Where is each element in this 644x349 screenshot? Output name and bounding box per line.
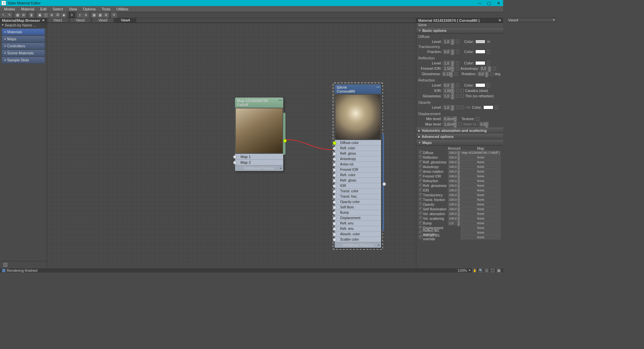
menu-options[interactable]: Options [80,6,98,12]
diffuse-color-swatch[interactable] [475,40,485,44]
map-slot-button[interactable] [456,89,459,93]
rollout-basic-options[interactable]: ▼Basic options▫ [416,28,503,34]
input-port-icon[interactable] [333,147,336,150]
browser-category[interactable]: + Materials [2,29,45,35]
tab-view2[interactable]: View2 [69,18,91,22]
additional-params-button[interactable]: Additional Params+ [235,165,283,171]
map-slot-button[interactable]: None [461,231,500,235]
water-level-checkbox[interactable] [459,122,462,126]
node-input-slot[interactable]: Transl. color [335,188,381,194]
map-slot-button[interactable] [456,105,459,109]
map-enable-checkbox[interactable] [419,231,422,234]
thin-checkbox[interactable] [461,94,464,98]
map-amount-spinner[interactable]: 100,0▲▼ [448,198,460,202]
tool-icon[interactable]: ⫿ [77,12,83,18]
input-port-icon[interactable] [333,211,336,215]
map-amount-spinner[interactable]: 100,0▲▼ [448,207,460,211]
map-slot-button[interactable] [456,61,459,65]
browser-category[interactable]: + Controllers [2,43,45,49]
layout-icon[interactable]: ▦ [496,268,501,272]
tool-icon[interactable]: ⊞ [103,12,109,18]
map-slot-button[interactable]: Map #2138386798 ( Falloff ) [461,151,500,155]
input-port-icon[interactable] [333,152,336,156]
map-enable-checkbox[interactable] [419,151,422,154]
zoom-region-icon[interactable]: ⛶ [490,268,495,272]
map-slot-button[interactable] [495,105,498,109]
map-slot-button[interactable]: None [461,235,500,239]
tool-icon[interactable]: ▦ [15,12,20,18]
refr-gloss-spinner[interactable]: 1,0▲▼ [443,94,454,98]
close-button[interactable]: ✕ [494,0,503,6]
map-slot-button[interactable]: None [461,160,500,164]
node-input-slot[interactable]: Scatter color [335,237,381,242]
node-input-slot[interactable]: Anisotropy [335,156,381,161]
node-input-slot[interactable]: Absorb. color [335,231,381,237]
input-port-icon[interactable] [333,200,336,204]
node-input-slot[interactable]: Displacement [335,215,381,220]
map-amount-spinner[interactable]: 100,0▲▼ [448,202,460,206]
input-port-icon[interactable] [233,155,237,159]
map-enable-checkbox[interactable] [419,155,422,159]
map-indicator[interactable]: M [487,40,490,43]
minimize-button[interactable]: ─ [475,0,484,6]
map-amount-spinner[interactable]: 100,0▲▼ [448,160,460,164]
map-slot-button[interactable]: None [461,202,500,206]
browser-close-icon[interactable]: ✕ [42,18,45,22]
panel-close-icon[interactable]: ✕ [498,18,501,22]
tool-icon[interactable]: 0 [69,12,74,18]
map-slot-button[interactable] [456,94,459,98]
map-enable-checkbox[interactable] [419,235,422,239]
rollout-volumetric[interactable]: ▶Volumetric absorption and scattering [416,128,503,134]
output-port-icon[interactable] [283,139,287,143]
map-slot-button[interactable] [456,40,459,44]
node-input-slot[interactable]: Refl. gloss. [335,151,381,156]
zoom-icon[interactable]: 🔍 [478,268,483,272]
map-enable-checkbox[interactable] [419,221,422,225]
diffuse-level-spinner[interactable]: 1,0▲▼ [443,39,454,44]
browser-view-icon[interactable] [3,263,7,267]
caustics-checkbox[interactable] [461,89,464,92]
input-port-icon[interactable] [333,163,336,166]
map-amount-spinner[interactable]: 100,0▲▼ [448,165,460,169]
input-port-icon[interactable] [333,222,336,226]
browser-category[interactable]: + Scene Materials [2,50,45,56]
node-input-slot[interactable]: Refr. color [335,172,381,178]
browser-search[interactable]: ▼Search by Name ... [0,23,47,28]
maximize-button[interactable]: ▢ [484,0,494,6]
map-enable-checkbox[interactable] [419,202,422,206]
refl-color-swatch[interactable] [475,61,485,65]
tab-view1[interactable]: View1 [47,18,69,22]
node-input-slot[interactable]: Diffuse color [335,140,381,145]
input-port-icon[interactable] [333,233,336,236]
material-name-field[interactable]: Шелк [416,23,503,28]
map-enable-checkbox[interactable] [419,226,422,229]
map-slot-button[interactable] [487,61,490,65]
input-port-icon[interactable] [233,161,237,164]
output-port-icon[interactable] [382,182,386,186]
fresnel-ior-spinner[interactable]: 1,52▲▼ [443,66,454,71]
disp-max-spinner[interactable]: 1,0cm▲▼ [443,122,457,127]
rollout-advanced[interactable]: ▶Advanced options [416,134,503,140]
node-input-slot[interactable]: Self illum. [335,204,381,210]
map-slot-button[interactable]: None [461,212,500,216]
tool-icon[interactable]: ⊗ [49,12,54,18]
rotation-spinner[interactable]: 0,0▲▼ [478,71,489,76]
menu-utilities[interactable]: Utilities [114,6,131,12]
map-amount-spinner[interactable]: 100,0▲▼ [448,216,460,220]
refr-color-swatch[interactable] [475,83,485,87]
input-port-icon[interactable] [333,141,336,145]
map-enable-checkbox[interactable] [419,169,422,173]
map-slot-button[interactable] [456,66,459,70]
clip-checkbox[interactable] [461,106,464,109]
map-slot-button[interactable] [487,50,490,54]
translucency-fraction-spinner[interactable]: 0,0▲▼ [443,49,454,54]
map-slot-button[interactable]: None [461,207,500,211]
map-enable-checkbox[interactable] [419,174,422,178]
menu-material[interactable]: Material [18,6,37,12]
map-amount-spinner[interactable]: 100,0▲▼ [448,155,460,159]
node-input-slot[interactable]: Opacity color [335,199,381,204]
tool-icon[interactable]: ⋔ [83,12,89,18]
node-coronamtl[interactable]: Шелк CoronaMtl — Diffuse colorRefl. colo… [333,83,383,250]
map-slot-button[interactable] [487,83,490,87]
input-port-icon[interactable] [333,179,336,183]
